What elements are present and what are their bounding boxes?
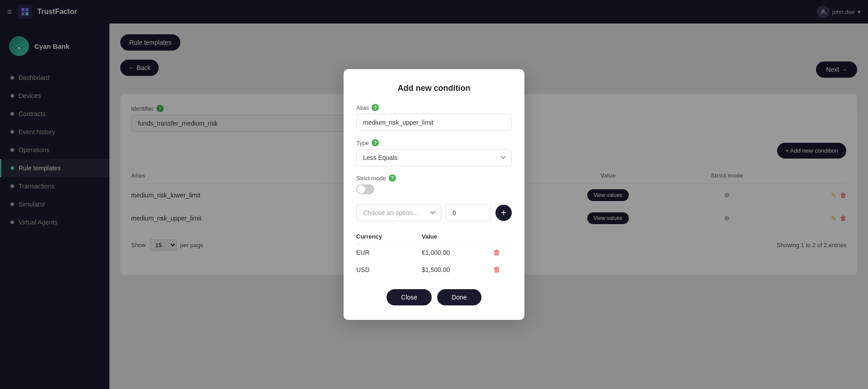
modal-add-plus-button[interactable]: + — [495, 205, 512, 221]
delete-eur-icon[interactable]: 🗑 — [493, 248, 500, 256]
modal-alias-label: Alias ? — [356, 104, 512, 111]
modal-title: Add new condition — [356, 84, 512, 93]
value-eur: €1,000.00 — [422, 244, 493, 262]
modal-currency-table: Currency Value EUR €1,000.00 🗑 USD $1,50… — [356, 230, 512, 278]
modal-type-select[interactable]: Less Equals Greater Equals Equals Not Eq… — [356, 149, 512, 166]
delete-usd-icon[interactable]: 🗑 — [493, 266, 500, 273]
modal-actions: Close Done — [356, 289, 512, 305]
currency-col-header: Currency — [356, 230, 422, 244]
currency-row-eur: EUR €1,000.00 🗑 — [356, 244, 512, 262]
type-info-icon: ? — [372, 139, 379, 146]
action-col-header — [493, 230, 512, 244]
modal-alias-field: Alias ? — [356, 104, 512, 131]
value-usd: $1,500.00 — [422, 261, 493, 278]
modal-type-field: Type ? Less Equals Greater Equals Equals… — [356, 139, 512, 166]
modal-close-button[interactable]: Close — [387, 289, 432, 305]
value-col-header: Value — [422, 230, 493, 244]
modal-strict-label: Strict mode ? — [356, 174, 512, 182]
modal-type-label: Type ? — [356, 139, 512, 146]
modal-option-row: Choose an option... EUR USD GBP + — [356, 204, 512, 221]
currency-usd: USD — [356, 261, 422, 278]
modal-done-button[interactable]: Done — [437, 289, 481, 305]
currency-row-usd: USD $1,500.00 🗑 — [356, 261, 512, 278]
modal-strict-field: Strict mode ? — [356, 174, 512, 196]
modal-number-input[interactable] — [446, 204, 491, 221]
modal-alias-input[interactable] — [356, 114, 512, 131]
alias-info-icon: ? — [372, 104, 379, 111]
modal-overlay: Add new condition Alias ? Type ? Less Eq… — [0, 0, 868, 389]
strict-info-icon: ? — [389, 174, 396, 182]
add-condition-modal: Add new condition Alias ? Type ? Less Eq… — [344, 69, 524, 320]
modal-option-select[interactable]: Choose an option... EUR USD GBP — [356, 204, 441, 221]
currency-eur: EUR — [356, 244, 422, 262]
strict-mode-toggle[interactable] — [356, 184, 374, 194]
